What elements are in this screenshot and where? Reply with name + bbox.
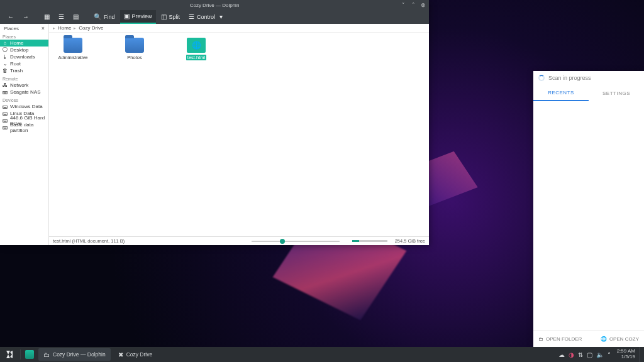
control-button[interactable]: ☰Control▾	[185, 10, 226, 24]
disk-free-label: 254.5 GiB free	[395, 238, 425, 244]
preview-label: Preview	[132, 13, 152, 19]
sidebar-item-label: Seagate NAS	[10, 89, 40, 95]
split-icon: ◫	[161, 14, 167, 20]
clock-date: 1/5/19	[617, 354, 635, 360]
sidebar-item-root[interactable]: ⌄Root	[0, 60, 48, 67]
file-view[interactable]: AdministrativePhotos🌐test.html	[49, 33, 429, 236]
zoom-handle[interactable]	[280, 239, 285, 244]
spinner-icon	[538, 75, 545, 81]
sidebar-title: Places	[4, 26, 19, 31]
app-icon	[25, 350, 34, 359]
breadcrumb-item[interactable]: Home	[58, 25, 71, 31]
task-label: Cozy Drive — Dolphin	[53, 351, 106, 358]
cloud-tray-icon[interactable]: ☁	[558, 351, 565, 358]
sidebar-item-trash[interactable]: 🗑Trash	[0, 67, 48, 74]
preview-button[interactable]: ▣Preview	[120, 10, 156, 24]
tab-recents[interactable]: RECENTS	[533, 85, 589, 101]
status-bar: test.html (HTML document, 111 B) 254.5 G…	[49, 236, 429, 245]
sidebar-group-title: Remote	[0, 75, 48, 82]
places-sidebar: Places × Places⌂Home🖵Desktop⭳Downloads⌄R…	[0, 24, 49, 245]
tab-settings[interactable]: SETTINGS	[589, 85, 644, 101]
file-item-photos[interactable]: Photos	[114, 38, 155, 60]
sidebar-group-title: Places	[0, 33, 48, 40]
minimize-icon[interactable]: ˅	[400, 2, 406, 8]
arrow-left-icon: ←	[8, 14, 14, 20]
sidebar-item-desktop[interactable]: 🖵Desktop	[0, 47, 48, 53]
taskbar-task[interactable]: ✖Cozy Drive	[113, 348, 176, 361]
open-cozy-label: OPEN COZY	[609, 336, 639, 342]
taskbar-task[interactable]: 🗀Cozy Drive — Dolphin	[38, 348, 111, 361]
search-icon: 🔍	[94, 14, 101, 20]
network-icon: 🖧	[3, 82, 8, 88]
file-name-label: Administrative	[58, 55, 87, 60]
taskbar: 🗀Cozy Drive — Dolphin✖Cozy Drive ☁ ◑ ⇅ ▢…	[0, 347, 644, 362]
chevron-up-icon[interactable]: ˄	[608, 351, 611, 358]
scan-status-label: Scan in progress	[548, 75, 591, 81]
folder-icon	[125, 38, 144, 53]
dolphin-window: Cozy Drive — Dolphin ˅ ˄ ⊗ ← → ▦ ☰ ▤ 🔍Fi…	[0, 0, 429, 245]
compact-view-button[interactable]: ☰	[55, 10, 68, 24]
file-name-label: test.html	[186, 55, 206, 60]
sidebar-item-label: Home	[10, 40, 23, 46]
forward-button[interactable]: →	[19, 10, 33, 24]
status-text: test.html (HTML document, 111 B)	[53, 238, 125, 244]
folder-icon: 🗀	[538, 336, 543, 342]
drive-icon: 🖴	[3, 111, 8, 116]
sidebar-item-home[interactable]: ⌂Home	[0, 40, 48, 47]
cozy-tray-icon[interactable]: ◑	[569, 351, 574, 358]
display-tray-icon[interactable]: ▢	[587, 351, 592, 358]
sidebar-close-icon[interactable]: ×	[42, 25, 45, 31]
open-cozy-button[interactable]: 🌐 OPEN COZY	[601, 336, 639, 342]
nas-icon: 🖴	[3, 89, 8, 95]
disk-usage-bar	[352, 240, 387, 242]
sidebar-item-basic-data-partition[interactable]: 🖴Basic data partition	[0, 124, 48, 131]
maximize-icon[interactable]: ˄	[410, 2, 416, 8]
audio-tray-icon[interactable]: 🔈	[596, 351, 604, 358]
sidebar-item-downloads[interactable]: ⭳Downloads	[0, 53, 48, 60]
file-item-administrative[interactable]: Administrative	[53, 38, 93, 60]
dolphin-toolbar: ← → ▦ ☰ ▤ 🔍Find ▣Preview ◫Split ☰Control…	[0, 10, 429, 24]
close-icon[interactable]: ⊗	[420, 2, 426, 8]
split-button[interactable]: ◫Split	[157, 10, 184, 24]
find-button[interactable]: 🔍Find	[90, 10, 119, 24]
kde-logo-icon	[4, 349, 14, 359]
sidebar-item-seagate-nas[interactable]: 🖴Seagate NAS	[0, 89, 48, 96]
drive-icon: 🖴	[3, 124, 8, 130]
control-label: Control	[197, 14, 215, 20]
window-titlebar[interactable]: Cozy Drive — Dolphin ˅ ˄ ⊗	[0, 0, 429, 10]
icons-view-button[interactable]: ▦	[40, 10, 53, 24]
chevron-right-icon: ▸	[74, 26, 76, 31]
sidebar-group-title: Devices	[0, 97, 48, 103]
sidebar-item-windows-data[interactable]: 🖴Windows Data	[0, 103, 48, 110]
arrow-right-icon: →	[23, 14, 29, 20]
home-icon: ⌂	[3, 40, 8, 46]
sidebar-item-label: Windows Data	[10, 104, 43, 109]
grid-icon: ▦	[44, 14, 50, 20]
open-folder-button[interactable]: 🗀 OPEN FOLDER	[538, 336, 582, 342]
back-button[interactable]: ←	[4, 10, 18, 24]
details-view-button[interactable]: ▤	[69, 10, 82, 24]
cozy-panel: Scan in progress RECENTS SETTINGS 🗀 OPEN…	[533, 71, 644, 348]
folder-task-icon: 🗀	[43, 351, 50, 358]
cozy-task-icon: ✖	[118, 351, 123, 358]
network-tray-icon[interactable]: ⇅	[578, 351, 583, 358]
open-folder-label: OPEN FOLDER	[546, 336, 582, 342]
breadcrumb-item[interactable]: Cozy Drive	[79, 25, 103, 31]
chevron-down-icon: ▾	[219, 14, 223, 20]
cozy-body	[533, 101, 644, 330]
zoom-slider[interactable]	[130, 241, 347, 242]
folder-icon	[64, 38, 82, 53]
sidebar-item-network[interactable]: 🖧Network	[0, 82, 48, 89]
sidebar-header: Places ×	[0, 24, 48, 33]
taskbar-clock[interactable]: 2:59 AM 1/5/19	[614, 349, 639, 360]
sidebar-item-label: Basic data partition	[10, 122, 46, 133]
globe-icon: 🌐	[601, 336, 607, 342]
sidebar-item-label: Downloads	[10, 54, 35, 60]
file-item-test-html[interactable]: 🌐test.html	[176, 38, 216, 60]
show-desktop-button[interactable]	[639, 347, 644, 362]
launcher-pinned[interactable]	[22, 347, 37, 362]
start-button[interactable]	[0, 347, 19, 362]
image-icon: ▣	[124, 13, 130, 19]
sidebar-item-label: Desktop	[10, 47, 28, 53]
list-details-icon: ▤	[73, 14, 79, 20]
